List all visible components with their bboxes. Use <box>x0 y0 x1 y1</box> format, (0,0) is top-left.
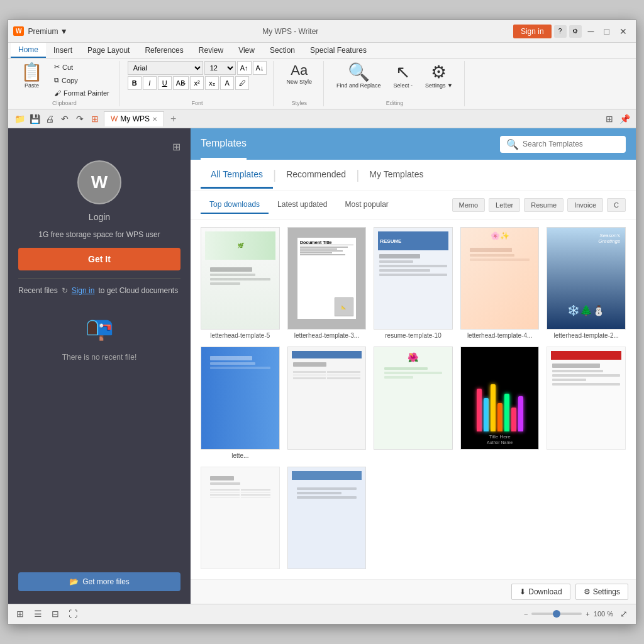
format-painter-icon: 🖌 <box>54 89 61 97</box>
filter-my-templates[interactable]: My Templates <box>359 162 433 189</box>
new-style-button[interactable]: Aa New Style <box>281 61 317 87</box>
template-name-1: letterhead-template-5 <box>201 332 280 339</box>
sub-tab-top-downloads[interactable]: Top downloads <box>201 196 269 214</box>
find-replace-button[interactable]: 🔍 Find and Replace <box>331 61 386 91</box>
template-search-box[interactable]: 🔍 <box>500 136 626 153</box>
refresh-icon[interactable]: ↻ <box>62 286 68 295</box>
filter-recommended[interactable]: Recommended <box>276 162 356 189</box>
filter-all-templates[interactable]: All Templates <box>201 162 273 189</box>
print-icon[interactable]: 🖨 <box>43 113 56 125</box>
view-toggle-icon[interactable]: ⊞ <box>603 113 616 125</box>
cat-tag-resume[interactable]: Resume <box>524 198 564 212</box>
help-icon[interactable]: ? <box>554 25 567 38</box>
italic-button[interactable]: I <box>143 76 157 90</box>
templates-tab[interactable]: Templates <box>201 129 247 160</box>
font-size-select[interactable]: 12 <box>204 61 236 75</box>
shrink-font-button[interactable]: A↓ <box>253 61 267 75</box>
tab-insert[interactable]: Insert <box>46 43 80 58</box>
template-card-7[interactable] <box>287 347 367 458</box>
template-card-4[interactable]: 🌸✨ letterhead-template-4... <box>460 227 540 339</box>
paste-icon: 📋 <box>21 64 43 81</box>
paste-button[interactable]: 📋 Paste <box>16 61 48 91</box>
underline-button[interactable]: U <box>158 76 172 90</box>
tab-special-features[interactable]: Special Features <box>303 43 374 58</box>
get-it-button[interactable]: Get It <box>18 248 180 270</box>
cat-tag-memo[interactable]: Memo <box>452 198 486 212</box>
zoom-in-icon[interactable]: + <box>586 610 589 618</box>
premium-button[interactable]: Premium ▼ <box>28 27 67 36</box>
template-card-6[interactable]: lette... <box>201 347 280 458</box>
template-card-8[interactable]: 🌺 <box>374 347 453 458</box>
template-card-11[interactable] <box>201 467 280 572</box>
template-card-3[interactable]: RESUME resume-template-10 <box>374 227 453 339</box>
pin-icon[interactable]: 📌 <box>618 113 631 125</box>
tab-close-icon[interactable]: ✕ <box>152 116 157 123</box>
tab-references[interactable]: References <box>137 43 191 58</box>
template-card-12[interactable] <box>287 467 367 572</box>
template-card-9[interactable]: Title HereAuthor Name <box>460 347 540 458</box>
sub-tab-latest-updated[interactable]: Latest updated <box>269 196 336 214</box>
zoom-out-icon[interactable]: − <box>524 610 528 618</box>
mywps-tab[interactable]: W My WPS ✕ <box>104 111 164 126</box>
folder-icon[interactable]: 📁 <box>13 113 26 125</box>
cat-tag-invoice[interactable]: Invoice <box>567 198 603 212</box>
template-card-2[interactable]: Document Title 📐 <box>287 227 367 339</box>
template-thumb-7 <box>287 347 367 449</box>
sign-in-button[interactable]: Sign in <box>513 25 552 38</box>
subscript-button[interactable]: x₂ <box>205 76 219 90</box>
save-icon[interactable]: 💾 <box>28 113 41 125</box>
get-more-button[interactable]: 📂 Get more files <box>18 572 180 591</box>
tab-home[interactable]: Home <box>11 43 46 58</box>
cat-tag-more[interactable]: C <box>607 198 626 212</box>
search-input[interactable] <box>523 140 619 148</box>
wps-tab-icon[interactable]: ⊞ <box>89 113 101 125</box>
grid-menu-icon[interactable]: ⊞ <box>172 141 180 153</box>
zoom-slider[interactable] <box>531 613 582 615</box>
template-card-5[interactable]: ❄️🌲⛄ Season'sGreetings letterhead-templa… <box>547 227 626 339</box>
bold-button[interactable]: B <box>128 76 142 90</box>
settings-action-button[interactable]: ⚙ Settings <box>575 584 628 600</box>
font-color-button[interactable]: A <box>220 76 234 90</box>
font-group-top: Arial 12 A↑ A↓ B I U AB̶ x² x₂ A <box>128 61 267 99</box>
tab-section[interactable]: Section <box>262 43 303 58</box>
split-view-icon[interactable]: ⊟ <box>48 607 62 621</box>
sign-in-link[interactable]: Sign in <box>72 286 95 295</box>
format-painter-button[interactable]: 🖌 Format Painter <box>50 87 113 99</box>
template-thumb-6 <box>201 347 280 449</box>
select-button[interactable]: ↖ Select - <box>389 61 418 91</box>
clipboard-group-top: 📋 Paste ✂ Cut ⧉ Copy 🖌 Format <box>16 61 113 99</box>
sub-tab-most-popular[interactable]: Most popular <box>336 196 397 214</box>
superscript-button[interactable]: x² <box>190 76 204 90</box>
empty-file-icon: 📭 <box>86 315 114 341</box>
list-view-icon[interactable]: ☰ <box>31 607 45 621</box>
cat-tag-letter[interactable]: Letter <box>489 198 520 212</box>
clipboard-sub-group: ✂ Cut ⧉ Copy 🖌 Format Painter <box>50 61 113 99</box>
copy-button[interactable]: ⧉ Copy <box>50 74 113 86</box>
grid-view-icon[interactable]: ⊞ <box>13 607 27 621</box>
settings-icon[interactable]: ⚙ <box>569 25 582 38</box>
avatar[interactable]: W <box>77 160 121 204</box>
close-button[interactable]: ✕ <box>616 26 631 36</box>
cut-button[interactable]: ✂ Cut <box>50 61 113 73</box>
add-tab-button[interactable]: + <box>167 113 180 125</box>
redo-icon[interactable]: ↷ <box>74 113 86 125</box>
minimize-button[interactable]: ─ <box>584 26 598 36</box>
font-family-select[interactable]: Arial <box>128 61 203 75</box>
grow-font-button[interactable]: A↑ <box>237 61 252 75</box>
template-name-6: lette... <box>201 452 280 459</box>
highlight-button[interactable]: 🖊 <box>235 76 249 90</box>
template-card-1[interactable]: 🌿 letterhead-template-5 <box>201 227 280 339</box>
full-screen-icon[interactable]: ⛶ <box>66 607 80 621</box>
template-card-10[interactable] <box>547 347 626 458</box>
maximize-button[interactable]: □ <box>601 26 613 36</box>
tab-page-layout[interactable]: Page Layout <box>80 43 137 58</box>
settings-ribbon-button[interactable]: ⚙ Settings ▼ <box>420 61 458 91</box>
recent-files-row: Recent files ↻ Sign in to get Cloud docu… <box>18 286 180 295</box>
strikethrough-button[interactable]: AB̶ <box>173 76 189 90</box>
tab-review[interactable]: Review <box>191 43 231 58</box>
download-button[interactable]: ⬇ Download <box>511 584 570 600</box>
expand-icon[interactable]: ⤢ <box>617 607 631 621</box>
undo-icon[interactable]: ↶ <box>58 113 71 125</box>
tab-view[interactable]: View <box>231 43 262 58</box>
bottom-right: − + 100 % ⤢ <box>524 607 631 621</box>
